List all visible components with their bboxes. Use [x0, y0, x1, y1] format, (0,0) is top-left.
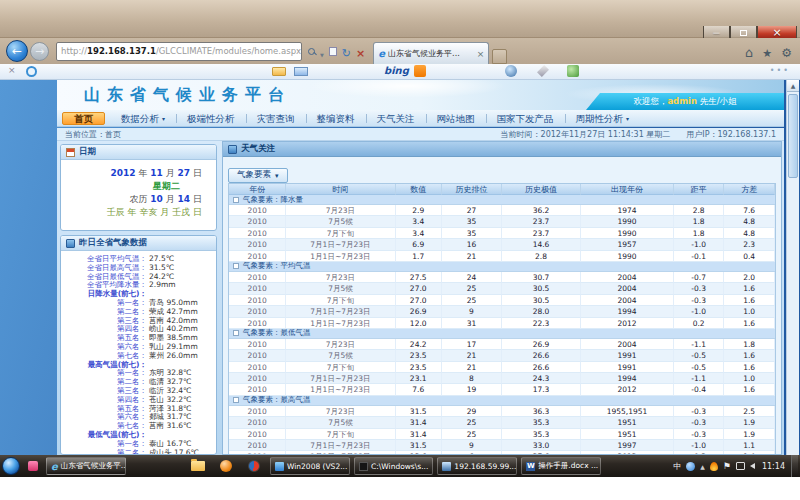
table-row: 20107月23日2.92736.219742.87.6	[229, 205, 775, 216]
breadcrumb: 当前位置：首页	[65, 129, 121, 140]
nav-item-7[interactable]: 网站地图	[426, 112, 486, 125]
table-cell: 0.2	[674, 318, 725, 329]
checkbox-icon[interactable]	[233, 330, 239, 336]
show-desktop-button[interactable]	[791, 455, 798, 477]
toolbar-logo-icon[interactable]	[26, 66, 37, 77]
browser-tab[interactable]: 山东省气候业务平...	[373, 42, 489, 64]
scrollbar-thumb[interactable]	[788, 94, 798, 178]
taskbar-app-button[interactable]: Win2008 (VS2...	[270, 457, 350, 475]
checkbox-icon[interactable]	[233, 263, 239, 269]
compatibility-view-icon[interactable]	[329, 47, 337, 56]
scroll-up-icon[interactable]	[787, 80, 799, 92]
new-tab-button[interactable]	[492, 49, 507, 64]
table-group-row[interactable]: 气象要素：最高气温	[229, 396, 775, 406]
table-cell: 23.7	[502, 216, 581, 227]
camera-icon[interactable]	[505, 65, 517, 77]
taskbar-app-button[interactable]: 192.168.59.99...	[437, 457, 517, 475]
chevron-down-icon	[275, 170, 279, 180]
toolbar-close-icon[interactable]: ×	[8, 65, 16, 75]
table-cell: 1951	[581, 417, 674, 428]
nav-item-5[interactable]: 整编资料	[306, 112, 366, 125]
table-cell: 1991	[581, 350, 674, 361]
table-cell: 7月5候	[286, 350, 395, 361]
column-header: 历史排位	[442, 184, 502, 195]
start-button[interactable]	[2, 457, 20, 475]
ime-indicator[interactable]: 中	[673, 461, 681, 472]
nav-item-6[interactable]: 天气关注	[366, 112, 426, 125]
toolbar-more-icon[interactable]: •••	[770, 66, 790, 75]
date-segment: 日	[190, 194, 202, 204]
taskbar-app-button[interactable]: C:\Windows\s...	[354, 457, 433, 475]
url-field[interactable]: http://192.168.137.1/GLCCLIMATE/modules/…	[56, 42, 302, 61]
explorer-button[interactable]	[186, 457, 210, 475]
taskbar-clock[interactable]: 11:14	[762, 462, 785, 471]
url-scheme: http://	[61, 46, 87, 56]
mail-icon[interactable]	[294, 67, 308, 76]
nav-item-8[interactable]: 国家下发产品	[486, 112, 565, 125]
page-scrollbar[interactable]	[786, 80, 799, 455]
url-dropdown-icon[interactable]	[320, 42, 324, 61]
taskbar: 山东省气候业务平... Win2008 (VS2...C:\Windows\s.…	[0, 455, 800, 477]
bing-logo[interactable]: bing	[384, 65, 409, 76]
refresh-icon[interactable]	[342, 42, 351, 61]
table-cell: 1.8	[674, 228, 725, 239]
favorites-icon[interactable]	[762, 42, 772, 61]
browser-toolbar: × bing •••	[0, 64, 800, 80]
home-icon[interactable]	[745, 42, 753, 61]
volume-icon[interactable]	[750, 463, 755, 469]
people-icon[interactable]	[567, 65, 579, 77]
checkbox-icon[interactable]	[233, 197, 239, 203]
search-icon[interactable]	[308, 48, 315, 55]
table-group-row[interactable]: 气象要素：最低气温	[229, 329, 775, 339]
main-nav: 首页数据分析▾极端性分析灾害查询整编资料天气关注网站地图国家下发产品周期性分析▾	[57, 110, 784, 127]
taskbar-ie-button[interactable]: 山东省气候业务平...	[46, 457, 126, 475]
forward-button[interactable]	[30, 42, 49, 61]
date-segment: 辛亥	[139, 207, 157, 217]
tray-app-icon[interactable]	[686, 462, 695, 471]
table-cell: 7月1日~7月23日	[286, 239, 395, 250]
element-filter-button[interactable]: 气象要素	[228, 168, 288, 183]
window-icon	[275, 462, 284, 471]
nav-item-2[interactable]: 数据分析▾	[110, 112, 176, 125]
table-cell: 1月1日~7月23日	[286, 251, 395, 262]
player-app-button[interactable]	[242, 457, 266, 475]
tab-close-icon[interactable]	[477, 49, 485, 59]
bing-button-icon[interactable]	[414, 65, 426, 77]
checkbox-icon[interactable]	[233, 397, 239, 403]
table-cell: 2010	[229, 295, 286, 306]
table-cell: 1.6	[724, 318, 775, 329]
gear-icon[interactable]	[781, 42, 792, 61]
flame-tray-icon[interactable]	[710, 462, 718, 471]
table-cell: 31.5	[396, 440, 442, 451]
table-cell: 8	[442, 373, 502, 384]
table-group-row[interactable]: 气象要素：降水量	[229, 195, 775, 205]
table-group-row[interactable]: 气象要素：平均气温	[229, 262, 775, 272]
nav-item-3[interactable]: 极端性分析	[176, 112, 246, 125]
action-center-icon[interactable]	[723, 461, 731, 471]
pinned-app-icon[interactable]	[28, 461, 38, 471]
card-icon[interactable]	[272, 67, 286, 76]
system-tray: 中 ▲ 11:14	[673, 461, 787, 472]
network-icon[interactable]	[736, 462, 745, 470]
tray-expand-icon[interactable]: ▲	[700, 463, 705, 470]
nav-item-1[interactable]: 首页	[62, 112, 105, 125]
nav-item-9[interactable]: 周期性分析▾	[565, 112, 641, 125]
calendar-icon	[66, 148, 75, 157]
table-cell: 24.2	[396, 339, 442, 350]
media-app-button[interactable]	[214, 457, 238, 475]
page: 山东省气候业务平台 欢迎您，admin 先生/小姐 首页数据分析▾极端性分析灾害…	[57, 80, 784, 455]
column-header: 方差	[724, 184, 775, 195]
back-button[interactable]	[6, 40, 28, 62]
tools-icon[interactable]	[537, 65, 549, 77]
table-cell: 6.9	[396, 239, 442, 250]
table-cell: 35.3	[502, 429, 581, 440]
weather-focus-panel: 天气关注 气象要素 年份时间数值历史排位历史极值出现年份距平方差气象要素：降水量…	[222, 141, 782, 455]
table-cell: 19	[442, 384, 502, 395]
taskbar-app-button[interactable]: W操作手册.docx ...	[521, 457, 601, 475]
nav-item-4[interactable]: 灾害查询	[246, 112, 306, 125]
table-cell: 1月1日~7月23日	[286, 318, 395, 329]
stop-icon[interactable]	[356, 42, 365, 61]
table-cell: 1.0	[724, 373, 775, 384]
table-row: 20107月1日~7月23日6.91614.61957-1.02.3	[229, 239, 775, 250]
element-filter-label: 气象要素	[237, 169, 271, 181]
